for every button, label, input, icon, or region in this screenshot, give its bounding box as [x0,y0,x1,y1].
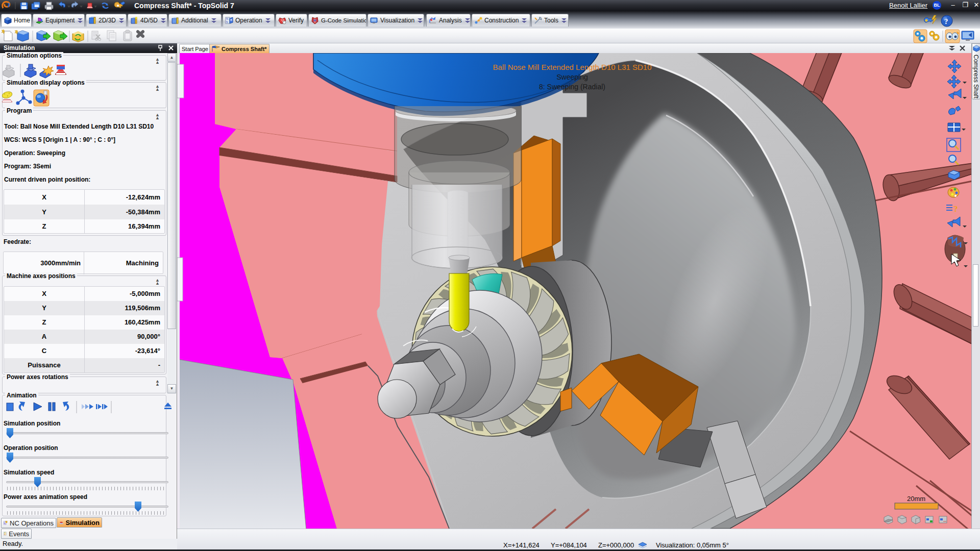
svg-text:20mm: 20mm [907,495,925,503]
svg-text:Ball Nose Mill Extended Length: Ball Nose Mill Extended Length D10 L31 S… [493,63,651,71]
svg-text:8: Sweeping (Radial): 8: Sweeping (Radial) [539,83,605,91]
svg-text:Sweeping: Sweeping [556,73,588,81]
svg-text:?: ? [944,17,948,26]
svg-text:?: ? [953,204,958,214]
svg-text:N: N [226,20,228,23]
